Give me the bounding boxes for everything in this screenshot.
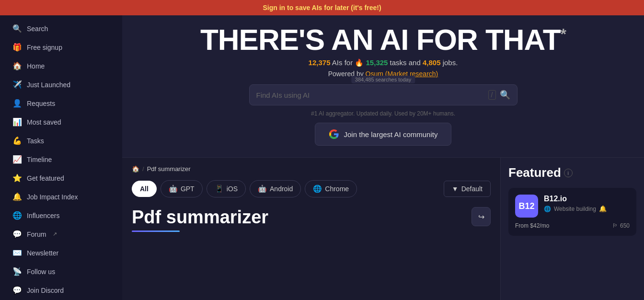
search-icon: 🔍	[12, 24, 22, 33]
sidebar-item-get-featured[interactable]: ⭐ Get featured	[4, 169, 118, 187]
search-button[interactable]: 🔍	[500, 90, 510, 100]
sidebar-label-timeline: Timeline	[27, 156, 52, 163]
top-banner[interactable]: Sign in to save AIs for later (it's free…	[0, 0, 644, 15]
sidebar-label-requests: Requests	[27, 100, 55, 107]
main-content: 🏠 / Pdf summarizer All 🤖 GPT 📱 iOS	[122, 158, 500, 300]
filter-gpt-button[interactable]: 🤖 GPT	[161, 180, 203, 197]
chrome-icon: 🌐	[313, 185, 322, 193]
star-icon: ⭐	[12, 173, 22, 183]
google-logo-icon	[329, 129, 339, 139]
featured-footer: From $42/mo 🏳 650	[515, 222, 630, 229]
sidebar-label-home: Home	[27, 62, 45, 70]
sidebar-item-forum[interactable]: 💬 Forum ↗	[4, 225, 118, 243]
sidebar-label-influencers: Influencers	[27, 212, 59, 219]
featured-name: B12.io	[544, 195, 630, 203]
page-title-row: Pdf summarizer ↪	[132, 207, 491, 232]
sidebar-item-just-launched[interactable]: ✈️ Just Launched	[4, 76, 118, 93]
website-building-icon: 🌐	[544, 206, 551, 212]
filter-android-button[interactable]: 🤖 Android	[250, 180, 301, 197]
search-input[interactable]	[256, 91, 484, 99]
bar-chart-icon: 📊	[12, 117, 22, 127]
sidebar-item-most-saved[interactable]: 📊 Most saved	[4, 113, 118, 131]
banner-text: Sign in to save AIs for later (it's free…	[263, 4, 381, 12]
sidebar-label-follow-us: Follow us	[27, 268, 55, 276]
sidebar: 🔍 Search 🎁 Free signup 🏠 Home ✈️ Just La…	[0, 15, 122, 300]
filter-ios-button[interactable]: 📱 iOS	[207, 180, 246, 197]
notification-bell-icon[interactable]: 🔔	[599, 205, 607, 212]
featured-price: From $42/mo	[515, 222, 549, 229]
filter-all-label: All	[140, 185, 149, 193]
filter-chrome-button[interactable]: 🌐 Chrome	[305, 180, 357, 197]
featured-saves: 🏳 650	[612, 222, 630, 229]
sidebar-item-join-discord[interactable]: 💬 Join Discord	[4, 281, 118, 299]
filter-all-button[interactable]: All	[132, 181, 157, 197]
share-button[interactable]: ↪	[472, 207, 491, 226]
saves-count: 650	[620, 222, 630, 229]
ios-icon: 📱	[215, 185, 224, 193]
home-icon: 🏠	[12, 61, 22, 70]
filter-gpt-label: GPT	[181, 185, 195, 193]
sidebar-item-influencers[interactable]: 🌐 Influencers	[4, 207, 118, 224]
bell-icon: 🔔	[12, 192, 22, 201]
search-container: 384,485 searches today / 🔍	[249, 84, 518, 105]
timeline-icon: 📈	[12, 155, 22, 164]
sidebar-item-newsletter[interactable]: ✉️ Newsletter	[4, 244, 118, 262]
breadcrumb-home-icon[interactable]: 🏠	[132, 165, 139, 173]
sidebar-item-requests[interactable]: 👤 Requests	[4, 94, 118, 112]
search-box: / 🔍	[249, 84, 518, 105]
chat-icon: 💬	[12, 230, 22, 239]
gpt-icon: 🤖	[169, 185, 178, 193]
hero-title: THERE'S AN AI FOR THAT*	[151, 25, 615, 55]
filter-ios-label: iOS	[227, 185, 238, 193]
sidebar-item-follow-us[interactable]: 📡 Follow us	[4, 263, 118, 280]
ai-count: 12,375	[309, 58, 331, 67]
join-button-label: Join the largest AI community	[344, 130, 438, 138]
sidebar-label-tasks: Tasks	[27, 137, 44, 145]
share-icon: ↪	[478, 212, 484, 221]
default-sort-label: Default	[461, 185, 483, 193]
sidebar-item-timeline[interactable]: 📈 Timeline	[4, 150, 118, 168]
sidebar-label-forum: Forum	[27, 231, 46, 238]
featured-card[interactable]: B12 B12.io 🌐 Website building 🔔 F	[508, 188, 636, 236]
featured-info-col: B12.io 🌐 Website building 🔔	[544, 195, 630, 212]
sidebar-label-get-featured: Get featured	[27, 174, 64, 182]
sidebar-item-free-signup[interactable]: 🎁 Free signup	[4, 38, 118, 56]
sidebar-label-just-launched: Just Launched	[27, 81, 70, 89]
sidebar-item-tasks[interactable]: 💪 Tasks	[4, 132, 118, 150]
breadcrumb-current: Pdf summarizer	[147, 165, 191, 173]
filter-android-label: Android	[270, 185, 293, 193]
globe-icon: 🌐	[12, 211, 22, 220]
sidebar-label-newsletter: Newsletter	[27, 249, 58, 257]
android-icon: 🤖	[258, 185, 267, 193]
sidebar-label-job-impact-index: Job Impact Index	[27, 193, 78, 201]
featured-header: Featured i	[508, 165, 636, 180]
default-sort-button[interactable]: ▼ Default	[444, 181, 491, 197]
featured-card-top: B12 B12.io 🌐 Website building 🔔	[515, 195, 630, 218]
plane-icon: ✈️	[12, 80, 22, 89]
mail-icon: ✉️	[12, 248, 22, 257]
sort-arrow-icon: ▼	[452, 185, 459, 193]
sidebar-item-home[interactable]: 🏠 Home	[4, 57, 118, 75]
muscle-icon: 💪	[12, 136, 22, 145]
sidebar-item-job-impact-index[interactable]: 🔔 Job Impact Index	[4, 188, 118, 206]
discord-icon: 💬	[12, 286, 22, 295]
featured-info-icon[interactable]: i	[564, 169, 573, 177]
user-icon: 👤	[12, 99, 22, 108]
gift-icon: 🎁	[12, 43, 22, 52]
page-title: Pdf summarizer	[132, 207, 268, 228]
fire-icon: 🔥	[355, 58, 364, 67]
job-count: 4,805	[423, 58, 441, 67]
breadcrumb-separator: /	[142, 165, 144, 173]
sidebar-label-search: Search	[27, 25, 48, 33]
featured-title: Featured	[508, 165, 561, 180]
sidebar-label-free-signup: Free signup	[27, 44, 62, 51]
featured-category: 🌐 Website building 🔔	[544, 205, 630, 212]
sidebar-item-search[interactable]: 🔍 Search	[4, 20, 118, 37]
breadcrumb: 🏠 / Pdf summarizer	[132, 165, 491, 173]
hero-stats: 12,375 AIs for 🔥 15,325 tasks and 4,805 …	[151, 58, 615, 67]
page-title-underline	[132, 231, 180, 232]
rss-icon: 📡	[12, 267, 22, 276]
join-community-button[interactable]: Join the largest AI community	[315, 123, 452, 146]
external-link-icon: ↗	[53, 231, 57, 237]
task-count: 15,325	[366, 58, 388, 67]
